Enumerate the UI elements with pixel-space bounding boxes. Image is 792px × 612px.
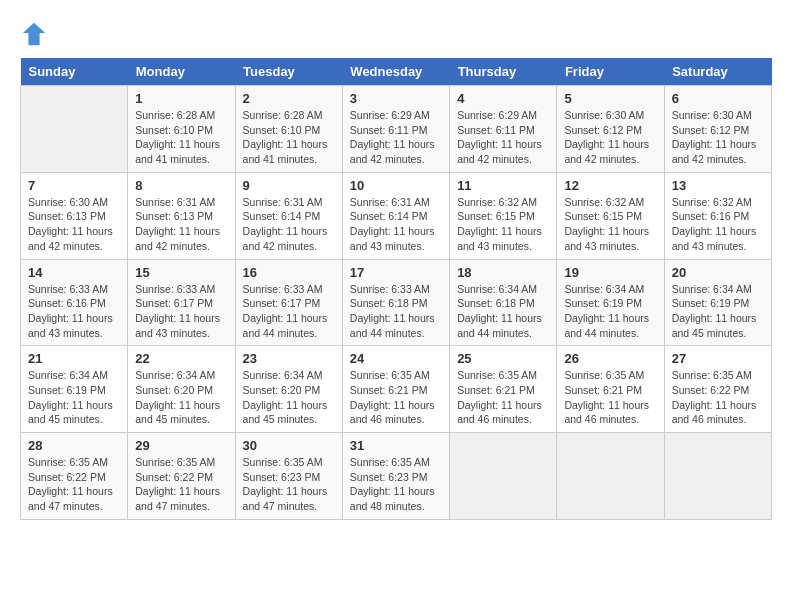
cell-content: Sunrise: 6:34 AM Sunset: 6:19 PM Dayligh… (28, 368, 120, 427)
header-day-tuesday: Tuesday (235, 58, 342, 86)
day-number: 7 (28, 178, 120, 193)
day-number: 18 (457, 265, 549, 280)
sunset-text: Sunset: 6:18 PM (350, 296, 442, 311)
sunrise-text: Sunrise: 6:34 AM (28, 368, 120, 383)
daylight-text: Daylight: 11 hours and 45 minutes. (28, 398, 120, 427)
cell-content: Sunrise: 6:34 AM Sunset: 6:18 PM Dayligh… (457, 282, 549, 341)
calendar-cell: 3 Sunrise: 6:29 AM Sunset: 6:11 PM Dayli… (342, 86, 449, 173)
calendar-cell: 10 Sunrise: 6:31 AM Sunset: 6:14 PM Dayl… (342, 172, 449, 259)
cell-content: Sunrise: 6:28 AM Sunset: 6:10 PM Dayligh… (135, 108, 227, 167)
calendar-cell: 25 Sunrise: 6:35 AM Sunset: 6:21 PM Dayl… (450, 346, 557, 433)
sunrise-text: Sunrise: 6:33 AM (135, 282, 227, 297)
sunset-text: Sunset: 6:15 PM (564, 209, 656, 224)
cell-content: Sunrise: 6:30 AM Sunset: 6:13 PM Dayligh… (28, 195, 120, 254)
sunrise-text: Sunrise: 6:34 AM (672, 282, 764, 297)
daylight-text: Daylight: 11 hours and 46 minutes. (350, 398, 442, 427)
daylight-text: Daylight: 11 hours and 42 minutes. (28, 224, 120, 253)
day-number: 31 (350, 438, 442, 453)
sunrise-text: Sunrise: 6:32 AM (457, 195, 549, 210)
calendar-cell: 11 Sunrise: 6:32 AM Sunset: 6:15 PM Dayl… (450, 172, 557, 259)
sunrise-text: Sunrise: 6:32 AM (672, 195, 764, 210)
sunrise-text: Sunrise: 6:29 AM (457, 108, 549, 123)
calendar-cell (557, 433, 664, 520)
daylight-text: Daylight: 11 hours and 47 minutes. (243, 484, 335, 513)
sunrise-text: Sunrise: 6:34 AM (135, 368, 227, 383)
header-day-wednesday: Wednesday (342, 58, 449, 86)
calendar-cell: 7 Sunrise: 6:30 AM Sunset: 6:13 PM Dayli… (21, 172, 128, 259)
sunset-text: Sunset: 6:14 PM (350, 209, 442, 224)
sunrise-text: Sunrise: 6:31 AM (243, 195, 335, 210)
daylight-text: Daylight: 11 hours and 46 minutes. (564, 398, 656, 427)
sunrise-text: Sunrise: 6:28 AM (243, 108, 335, 123)
calendar-cell: 6 Sunrise: 6:30 AM Sunset: 6:12 PM Dayli… (664, 86, 771, 173)
sunset-text: Sunset: 6:19 PM (564, 296, 656, 311)
calendar-cell (664, 433, 771, 520)
day-number: 1 (135, 91, 227, 106)
calendar-cell: 13 Sunrise: 6:32 AM Sunset: 6:16 PM Dayl… (664, 172, 771, 259)
sunset-text: Sunset: 6:12 PM (564, 123, 656, 138)
sunrise-text: Sunrise: 6:35 AM (135, 455, 227, 470)
cell-content: Sunrise: 6:28 AM Sunset: 6:10 PM Dayligh… (243, 108, 335, 167)
sunset-text: Sunset: 6:10 PM (135, 123, 227, 138)
sunrise-text: Sunrise: 6:32 AM (564, 195, 656, 210)
week-row-2: 7 Sunrise: 6:30 AM Sunset: 6:13 PM Dayli… (21, 172, 772, 259)
day-number: 4 (457, 91, 549, 106)
cell-content: Sunrise: 6:32 AM Sunset: 6:16 PM Dayligh… (672, 195, 764, 254)
day-number: 12 (564, 178, 656, 193)
header-day-monday: Monday (128, 58, 235, 86)
daylight-text: Daylight: 11 hours and 44 minutes. (564, 311, 656, 340)
header-day-thursday: Thursday (450, 58, 557, 86)
calendar-cell: 31 Sunrise: 6:35 AM Sunset: 6:23 PM Dayl… (342, 433, 449, 520)
sunset-text: Sunset: 6:11 PM (457, 123, 549, 138)
calendar-cell: 16 Sunrise: 6:33 AM Sunset: 6:17 PM Dayl… (235, 259, 342, 346)
day-number: 9 (243, 178, 335, 193)
cell-content: Sunrise: 6:35 AM Sunset: 6:21 PM Dayligh… (564, 368, 656, 427)
day-number: 22 (135, 351, 227, 366)
daylight-text: Daylight: 11 hours and 42 minutes. (243, 224, 335, 253)
daylight-text: Daylight: 11 hours and 45 minutes. (135, 398, 227, 427)
calendar-cell: 23 Sunrise: 6:34 AM Sunset: 6:20 PM Dayl… (235, 346, 342, 433)
page-header (20, 20, 772, 48)
cell-content: Sunrise: 6:33 AM Sunset: 6:18 PM Dayligh… (350, 282, 442, 341)
calendar-cell: 1 Sunrise: 6:28 AM Sunset: 6:10 PM Dayli… (128, 86, 235, 173)
day-number: 11 (457, 178, 549, 193)
day-number: 10 (350, 178, 442, 193)
calendar-cell: 9 Sunrise: 6:31 AM Sunset: 6:14 PM Dayli… (235, 172, 342, 259)
calendar-cell: 17 Sunrise: 6:33 AM Sunset: 6:18 PM Dayl… (342, 259, 449, 346)
day-number: 29 (135, 438, 227, 453)
cell-content: Sunrise: 6:35 AM Sunset: 6:22 PM Dayligh… (672, 368, 764, 427)
day-number: 6 (672, 91, 764, 106)
sunset-text: Sunset: 6:18 PM (457, 296, 549, 311)
cell-content: Sunrise: 6:35 AM Sunset: 6:22 PM Dayligh… (28, 455, 120, 514)
day-number: 28 (28, 438, 120, 453)
cell-content: Sunrise: 6:30 AM Sunset: 6:12 PM Dayligh… (564, 108, 656, 167)
calendar-cell: 30 Sunrise: 6:35 AM Sunset: 6:23 PM Dayl… (235, 433, 342, 520)
daylight-text: Daylight: 11 hours and 43 minutes. (135, 311, 227, 340)
calendar-cell: 8 Sunrise: 6:31 AM Sunset: 6:13 PM Dayli… (128, 172, 235, 259)
sunrise-text: Sunrise: 6:35 AM (350, 455, 442, 470)
sunset-text: Sunset: 6:16 PM (672, 209, 764, 224)
calendar-cell: 28 Sunrise: 6:35 AM Sunset: 6:22 PM Dayl… (21, 433, 128, 520)
daylight-text: Daylight: 11 hours and 42 minutes. (457, 137, 549, 166)
sunrise-text: Sunrise: 6:31 AM (350, 195, 442, 210)
calendar-cell: 18 Sunrise: 6:34 AM Sunset: 6:18 PM Dayl… (450, 259, 557, 346)
cell-content: Sunrise: 6:34 AM Sunset: 6:20 PM Dayligh… (243, 368, 335, 427)
daylight-text: Daylight: 11 hours and 44 minutes. (350, 311, 442, 340)
cell-content: Sunrise: 6:34 AM Sunset: 6:20 PM Dayligh… (135, 368, 227, 427)
cell-content: Sunrise: 6:31 AM Sunset: 6:14 PM Dayligh… (243, 195, 335, 254)
day-number: 14 (28, 265, 120, 280)
sunset-text: Sunset: 6:20 PM (243, 383, 335, 398)
sunrise-text: Sunrise: 6:30 AM (28, 195, 120, 210)
day-number: 21 (28, 351, 120, 366)
calendar-cell: 22 Sunrise: 6:34 AM Sunset: 6:20 PM Dayl… (128, 346, 235, 433)
sunset-text: Sunset: 6:21 PM (350, 383, 442, 398)
daylight-text: Daylight: 11 hours and 44 minutes. (457, 311, 549, 340)
calendar-cell: 20 Sunrise: 6:34 AM Sunset: 6:19 PM Dayl… (664, 259, 771, 346)
day-number: 3 (350, 91, 442, 106)
daylight-text: Daylight: 11 hours and 47 minutes. (135, 484, 227, 513)
cell-content: Sunrise: 6:33 AM Sunset: 6:17 PM Dayligh… (135, 282, 227, 341)
cell-content: Sunrise: 6:34 AM Sunset: 6:19 PM Dayligh… (672, 282, 764, 341)
calendar-cell: 24 Sunrise: 6:35 AM Sunset: 6:21 PM Dayl… (342, 346, 449, 433)
sunrise-text: Sunrise: 6:29 AM (350, 108, 442, 123)
calendar-cell (450, 433, 557, 520)
